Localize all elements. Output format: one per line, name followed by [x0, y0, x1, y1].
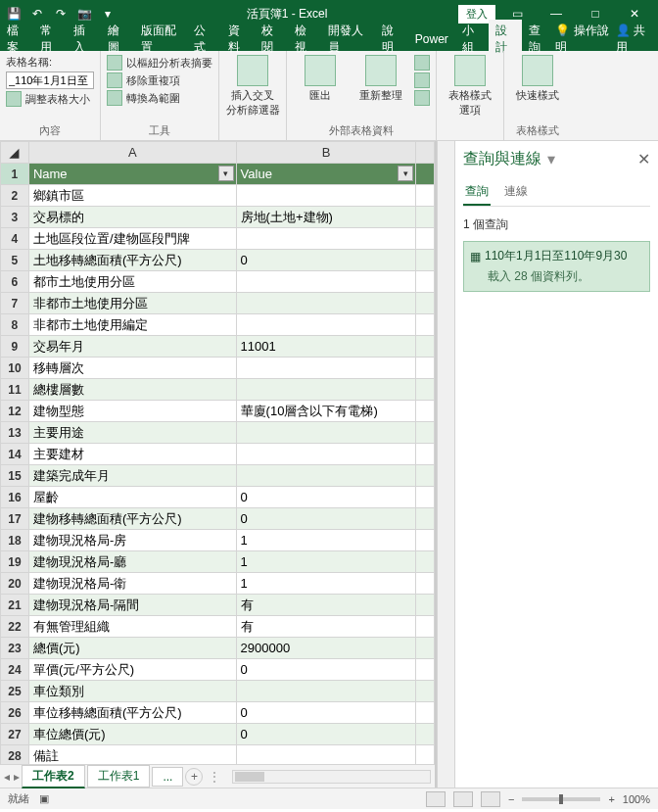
cell[interactable]	[416, 745, 435, 765]
view-layout-icon[interactable]	[453, 791, 473, 807]
table-name-input[interactable]	[6, 72, 94, 89]
resize-table[interactable]: 調整表格大小	[6, 91, 94, 107]
col-head-A[interactable]: A	[28, 142, 236, 164]
row-head[interactable]: 23	[1, 638, 29, 659]
add-sheet-button[interactable]: +	[185, 768, 203, 786]
cell[interactable]	[416, 616, 435, 638]
cell[interactable]	[236, 465, 416, 487]
cell[interactable]	[416, 293, 435, 314]
cell[interactable]: 華廈(10層含以下有電梯)	[236, 401, 416, 422]
cell[interactable]: 2900000	[236, 638, 416, 659]
cell[interactable]	[416, 336, 435, 358]
cell[interactable]: 車位總價(元)	[28, 724, 236, 745]
cell[interactable]	[416, 638, 435, 659]
row-head[interactable]: 20	[1, 573, 29, 595]
row-head[interactable]: 19	[1, 551, 29, 573]
cell[interactable]	[236, 444, 416, 465]
pane-tab-queries[interactable]: 查詢	[463, 179, 491, 206]
row-head[interactable]: 1	[1, 164, 29, 185]
row-head[interactable]: 6	[1, 271, 29, 293]
cell[interactable]	[236, 358, 416, 379]
row-head[interactable]: 16	[1, 487, 29, 508]
style-options[interactable]: 表格樣式 選項	[443, 55, 497, 118]
cell[interactable]: 建築完成年月	[28, 465, 236, 487]
row-head[interactable]: 3	[1, 207, 29, 228]
cell[interactable]: 1	[236, 573, 416, 595]
col-head-B[interactable]: B	[236, 142, 416, 164]
row-head[interactable]: 15	[1, 465, 29, 487]
cell[interactable]: 0	[236, 724, 416, 745]
sheet-tab-1[interactable]: 工作表2	[22, 765, 85, 788]
cell[interactable]: 主要建材	[28, 444, 236, 465]
vertical-scrollbar[interactable]	[437, 141, 454, 788]
cell[interactable]: Value▾	[236, 164, 416, 185]
sheet-tab-more[interactable]: ...	[152, 767, 183, 787]
cell[interactable]	[236, 379, 416, 401]
cell[interactable]	[416, 228, 435, 250]
cell[interactable]	[416, 551, 435, 573]
cell[interactable]: 1	[236, 530, 416, 551]
cell[interactable]	[416, 573, 435, 595]
cell[interactable]	[416, 358, 435, 379]
cell[interactable]	[416, 314, 435, 336]
cell[interactable]: 移轉層次	[28, 358, 236, 379]
pivot-summary[interactable]: 以樞紐分析表摘要	[107, 55, 212, 71]
cell[interactable]: 車位類別	[28, 681, 236, 702]
zoom-out-icon[interactable]: −	[508, 793, 514, 805]
cell[interactable]	[236, 681, 416, 702]
row-head[interactable]: 2	[1, 185, 29, 207]
cell[interactable]	[416, 465, 435, 487]
cell[interactable]	[416, 530, 435, 551]
cell[interactable]	[416, 487, 435, 508]
ext-opt-1[interactable]	[414, 55, 430, 71]
cell[interactable]	[236, 228, 416, 250]
ext-opt-2[interactable]	[414, 72, 430, 88]
row-head[interactable]: 5	[1, 250, 29, 271]
cell[interactable]: 土地移轉總面積(平方公尺)	[28, 250, 236, 271]
row-head[interactable]: 11	[1, 379, 29, 401]
cell[interactable]	[416, 271, 435, 293]
horizontal-scrollbar[interactable]	[232, 770, 431, 784]
cell[interactable]	[416, 422, 435, 444]
row-head[interactable]: 27	[1, 724, 29, 745]
cell[interactable]: 0	[236, 250, 416, 271]
row-head[interactable]: 22	[1, 616, 29, 638]
cell[interactable]: 單價(元/平方公尺)	[28, 659, 236, 681]
cell[interactable]	[416, 401, 435, 422]
cell[interactable]	[416, 250, 435, 271]
cell[interactable]: 建物現況格局-衛	[28, 573, 236, 595]
filter-icon[interactable]: ▾	[398, 166, 413, 181]
insert-slicer[interactable]: 插入交叉 分析篩選器	[225, 55, 280, 118]
view-normal-icon[interactable]	[426, 791, 446, 807]
cell[interactable]	[236, 745, 416, 765]
cell[interactable]: 0	[236, 487, 416, 508]
cell[interactable]: 屋齡	[28, 487, 236, 508]
cell[interactable]: 建物型態	[28, 401, 236, 422]
refresh-button[interactable]: 重新整理	[353, 55, 408, 106]
row-head[interactable]: 10	[1, 358, 29, 379]
cell[interactable]: 鄉鎮市區	[28, 185, 236, 207]
zoom-slider[interactable]	[522, 797, 600, 801]
cell[interactable]: 0	[236, 508, 416, 530]
tab-power[interactable]: Power	[408, 29, 455, 49]
convert-to-range[interactable]: 轉換為範圍	[107, 90, 212, 106]
row-head[interactable]: 28	[1, 745, 29, 765]
query-card[interactable]: ▦110年1月1日至110年9月30 載入 28 個資料列。	[463, 241, 650, 292]
ext-opt-3[interactable]	[414, 90, 430, 106]
cell[interactable]	[416, 379, 435, 401]
row-head[interactable]: 12	[1, 401, 29, 422]
share-button[interactable]: 👤 共用	[616, 23, 650, 56]
cell[interactable]: 0	[236, 702, 416, 724]
cell[interactable]	[236, 314, 416, 336]
cell[interactable]: 總價(元)	[28, 638, 236, 659]
macro-record-icon[interactable]: ▣	[39, 792, 49, 805]
spreadsheet-grid[interactable]: ◢AB1Name▾Value▾2鄉鎮市區3交易標的房地(土地+建物)4土地區段位…	[0, 141, 435, 764]
cell[interactable]: 1	[236, 551, 416, 573]
cell[interactable]: 主要用途	[28, 422, 236, 444]
select-all[interactable]: ◢	[1, 142, 29, 164]
cell[interactable]: 非都市土地使用編定	[28, 314, 236, 336]
cell[interactable]	[416, 207, 435, 228]
view-pagebreak-icon[interactable]	[481, 791, 500, 807]
row-head[interactable]: 24	[1, 659, 29, 681]
cell[interactable]: 有無管理組織	[28, 616, 236, 638]
